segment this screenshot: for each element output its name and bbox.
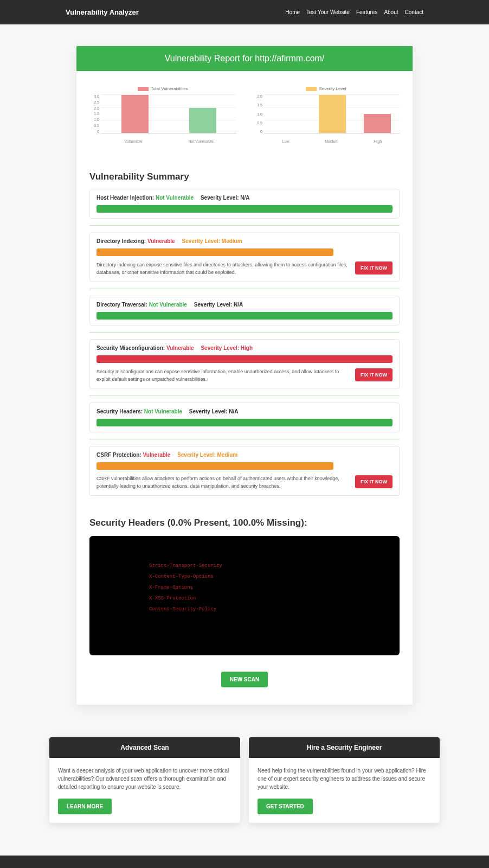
vuln-description: Security misconfigurations can expose se… <box>96 368 348 383</box>
vuln-bar <box>96 462 333 470</box>
legend-swatch <box>306 87 317 91</box>
vuln-severity: Severity Level: N/A <box>194 302 243 308</box>
legend-swatch <box>138 87 149 91</box>
vuln-severity: Severity Level: High <box>201 345 253 351</box>
navbar: Vulnerability Analyzer Home Test Your We… <box>0 0 489 24</box>
headers-title: Security Headers (0.0% Present, 100.0% M… <box>89 518 400 528</box>
vuln-name: Security Headers: <box>96 409 143 414</box>
vuln-description: CSRF vulnerabilities allow attackers to … <box>96 475 348 490</box>
charts-row: Total Vulnerabilities 3.0 2.5 2.0 1.5 1.… <box>76 71 413 150</box>
summary-title: Vulnerability Summary <box>89 171 400 182</box>
cta-cards: Advanced Scan Want a deeper analysis of … <box>38 737 451 823</box>
legend-label: Total Vulnerabilities <box>151 86 188 91</box>
report-title: Vulnerability Report for http://afirmm.c… <box>76 46 413 71</box>
bar-not-vulnerable <box>189 108 216 133</box>
vuln-name: Host Header Injection: <box>96 195 154 201</box>
bar-vulnerable <box>121 95 149 133</box>
headers-section: Security Headers (0.0% Present, 100.0% M… <box>76 518 413 655</box>
vuln-severity: Severity Level: N/A <box>201 195 250 201</box>
bar-high <box>364 114 391 133</box>
vuln-status: Not Vulnerable <box>149 302 187 308</box>
card-title: Hire a Security Engineer <box>249 737 440 758</box>
vuln-severity: Severity Level: Medium <box>182 238 242 244</box>
brand[interactable]: Vulnerability Analyzer <box>66 8 139 16</box>
vuln-status: Vulnerable <box>143 452 171 458</box>
security-header-item: Content-Security-Policy <box>106 607 383 612</box>
security-header-item: X-XSS-Protection <box>106 596 383 601</box>
footer: Contact Us © 2024 Website Vulnerability … <box>0 856 489 868</box>
vuln-bar <box>96 205 393 213</box>
card-title: Advanced Scan <box>49 737 240 758</box>
get-started-button[interactable]: GET STARTED <box>258 799 313 814</box>
legend-label: Severity Level <box>319 86 346 91</box>
headers-terminal: Strict-Transport-SecurityX-Content-Type-… <box>89 536 400 655</box>
vuln-bar <box>96 248 333 256</box>
vuln-status: Vulnerable <box>166 345 194 351</box>
vuln-card: CSRF Protection: Vulnerable Severity Lev… <box>89 446 400 496</box>
security-header-item: Strict-Transport-Security <box>106 563 383 569</box>
vuln-name: CSRF Protection: <box>96 452 141 458</box>
card-text: Need help fixing the vulnerabilities fou… <box>258 767 431 791</box>
vuln-card: Host Header Injection: Not Vulnerable Se… <box>89 189 400 219</box>
card-hire-engineer: Hire a Security Engineer Need help fixin… <box>249 737 440 823</box>
vuln-bar <box>96 355 393 363</box>
nav-about[interactable]: About <box>384 9 398 15</box>
vuln-status: Vulnerable <box>147 238 175 244</box>
card-advanced-scan: Advanced Scan Want a deeper analysis of … <box>49 737 240 823</box>
fix-it-button[interactable]: FIX IT NOW <box>355 475 393 488</box>
vuln-bar <box>96 312 393 320</box>
new-scan-button[interactable]: NEW SCAN <box>221 672 268 687</box>
nav-features[interactable]: Features <box>356 9 377 15</box>
vuln-status: Not Vulnerable <box>156 195 194 201</box>
vuln-status: Not Vulnerable <box>144 409 182 414</box>
vuln-severity: Severity Level: N/A <box>189 409 239 414</box>
vuln-severity: Severity Level: Medium <box>177 452 237 458</box>
nav-home[interactable]: Home <box>285 9 300 15</box>
vuln-name: Directory Indexing: <box>96 238 146 244</box>
fix-it-button[interactable]: FIX IT NOW <box>355 261 393 275</box>
vuln-name: Directory Traversal: <box>96 302 147 308</box>
bar-medium <box>319 95 346 133</box>
nav-test[interactable]: Test Your Website <box>306 9 350 15</box>
card-text: Want a deeper analysis of your web appli… <box>58 767 231 791</box>
vuln-card: Directory Indexing: Vulnerable Severity … <box>89 232 400 282</box>
vuln-bar <box>96 419 393 426</box>
report-container: Vulnerability Report for http://afirmm.c… <box>76 46 413 705</box>
vuln-summary-section: Vulnerability Summary Host Header Inject… <box>76 171 413 496</box>
chart-severity: Severity Level 2.0 1.5 1.0 0.5 0 Low Med… <box>253 86 400 143</box>
fix-it-button[interactable]: FIX IT NOW <box>355 368 393 381</box>
vuln-description: Directory indexing can expose sensitive … <box>96 261 348 276</box>
vuln-card: Directory Traversal: Not Vulnerable Seve… <box>89 296 400 326</box>
security-header-item: X-Frame-Options <box>106 585 383 590</box>
nav-contact[interactable]: Contact <box>405 9 423 15</box>
security-header-item: X-Content-Type-Options <box>106 574 383 579</box>
nav-links: Home Test Your Website Features About Co… <box>285 9 423 15</box>
vuln-name: Security Misconfiguration: <box>96 345 165 351</box>
learn-more-button[interactable]: LEARN MORE <box>58 799 112 814</box>
vuln-card: Security Misconfiguration: Vulnerable Se… <box>89 339 400 389</box>
chart-total-vulns: Total Vulnerabilities 3.0 2.5 2.0 1.5 1.… <box>89 86 236 143</box>
vuln-card: Security Headers: Not Vulnerable Severit… <box>89 403 400 432</box>
